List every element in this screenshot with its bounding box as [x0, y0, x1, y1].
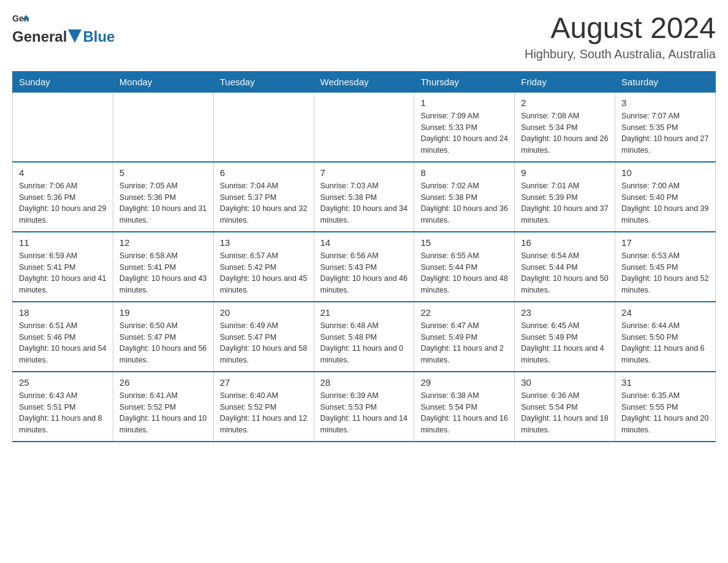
- calendar-cell: 21Sunrise: 6:48 AMSunset: 5:48 PMDayligh…: [314, 302, 414, 372]
- day-info: Sunrise: 6:48 AMSunset: 5:48 PMDaylight:…: [320, 320, 408, 366]
- day-info: Sunrise: 7:08 AMSunset: 5:34 PMDaylight:…: [521, 110, 609, 156]
- calendar-cell: 13Sunrise: 6:57 AMSunset: 5:42 PMDayligh…: [213, 232, 314, 302]
- calendar-cell: 27Sunrise: 6:40 AMSunset: 5:52 PMDayligh…: [213, 372, 314, 442]
- day-number: 4: [19, 167, 107, 178]
- day-info: Sunrise: 6:59 AMSunset: 5:41 PMDaylight:…: [19, 250, 107, 296]
- calendar-cell: 10Sunrise: 7:00 AMSunset: 5:40 PMDayligh…: [615, 162, 716, 232]
- day-info: Sunrise: 6:35 AMSunset: 5:55 PMDaylight:…: [621, 390, 709, 436]
- day-number: 8: [420, 167, 508, 178]
- day-number: 1: [420, 98, 508, 108]
- day-info: Sunrise: 6:43 AMSunset: 5:51 PMDaylight:…: [19, 390, 107, 436]
- day-info: Sunrise: 7:06 AMSunset: 5:36 PMDaylight:…: [19, 180, 107, 226]
- day-number: 13: [220, 237, 308, 248]
- calendar-cell: 7Sunrise: 7:03 AMSunset: 5:38 PMDaylight…: [314, 162, 414, 232]
- day-info: Sunrise: 6:49 AMSunset: 5:47 PMDaylight:…: [220, 320, 308, 366]
- weekday-header-wednesday: Wednesday: [314, 71, 414, 92]
- day-number: 15: [420, 237, 508, 248]
- day-number: 23: [521, 307, 609, 318]
- day-number: 11: [19, 237, 107, 248]
- day-number: 25: [19, 377, 107, 388]
- day-info: Sunrise: 7:05 AMSunset: 5:36 PMDaylight:…: [119, 180, 207, 226]
- day-number: 6: [220, 167, 308, 178]
- calendar-week-row: 4Sunrise: 7:06 AMSunset: 5:36 PMDaylight…: [13, 162, 716, 232]
- weekday-header-tuesday: Tuesday: [213, 71, 314, 92]
- day-info: Sunrise: 6:55 AMSunset: 5:44 PMDaylight:…: [420, 250, 508, 296]
- calendar-cell: 11Sunrise: 6:59 AMSunset: 5:41 PMDayligh…: [13, 232, 113, 302]
- calendar-cell: 16Sunrise: 6:54 AMSunset: 5:44 PMDayligh…: [515, 232, 615, 302]
- day-number: 10: [621, 167, 709, 178]
- calendar-cell: 12Sunrise: 6:58 AMSunset: 5:41 PMDayligh…: [113, 232, 213, 302]
- logo-triangle-icon: [68, 29, 82, 43]
- calendar-cell: 5Sunrise: 7:05 AMSunset: 5:36 PMDaylight…: [113, 162, 213, 232]
- day-info: Sunrise: 6:40 AMSunset: 5:52 PMDaylight:…: [220, 390, 308, 436]
- calendar-cell: 6Sunrise: 7:04 AMSunset: 5:37 PMDaylight…: [213, 162, 314, 232]
- day-info: Sunrise: 7:02 AMSunset: 5:38 PMDaylight:…: [420, 180, 508, 226]
- day-number: 28: [320, 377, 408, 388]
- logo-general-text: General: [12, 28, 67, 45]
- day-number: 12: [119, 237, 207, 248]
- calendar-cell: [213, 92, 314, 162]
- day-info: Sunrise: 6:47 AMSunset: 5:49 PMDaylight:…: [420, 320, 508, 366]
- day-info: Sunrise: 6:58 AMSunset: 5:41 PMDaylight:…: [119, 250, 207, 296]
- calendar-cell: 1Sunrise: 7:09 AMSunset: 5:33 PMDaylight…: [414, 92, 515, 162]
- day-number: 19: [119, 307, 207, 318]
- calendar-cell: 20Sunrise: 6:49 AMSunset: 5:47 PMDayligh…: [213, 302, 314, 372]
- day-number: 31: [621, 377, 709, 388]
- calendar-table: SundayMondayTuesdayWednesdayThursdayFrid…: [12, 71, 716, 442]
- day-number: 22: [420, 307, 508, 318]
- calendar-week-row: 25Sunrise: 6:43 AMSunset: 5:51 PMDayligh…: [13, 372, 716, 442]
- calendar-week-row: 18Sunrise: 6:51 AMSunset: 5:46 PMDayligh…: [13, 302, 716, 372]
- day-info: Sunrise: 7:07 AMSunset: 5:35 PMDaylight:…: [621, 110, 709, 156]
- day-number: 27: [220, 377, 308, 388]
- logo: General General Blue: [12, 12, 115, 45]
- calendar-cell: 2Sunrise: 7:08 AMSunset: 5:34 PMDaylight…: [515, 92, 615, 162]
- calendar-cell: 4Sunrise: 7:06 AMSunset: 5:36 PMDaylight…: [13, 162, 113, 232]
- day-number: 18: [19, 307, 107, 318]
- calendar-cell: 9Sunrise: 7:01 AMSunset: 5:39 PMDaylight…: [515, 162, 615, 232]
- day-number: 9: [521, 167, 609, 178]
- day-info: Sunrise: 6:50 AMSunset: 5:47 PMDaylight:…: [119, 320, 207, 366]
- day-info: Sunrise: 7:00 AMSunset: 5:40 PMDaylight:…: [621, 180, 709, 226]
- weekday-header-saturday: Saturday: [615, 71, 716, 92]
- calendar-cell: 31Sunrise: 6:35 AMSunset: 5:55 PMDayligh…: [615, 372, 716, 442]
- calendar-cell: 15Sunrise: 6:55 AMSunset: 5:44 PMDayligh…: [414, 232, 515, 302]
- day-info: Sunrise: 6:39 AMSunset: 5:53 PMDaylight:…: [320, 390, 408, 436]
- weekday-header-thursday: Thursday: [414, 71, 515, 92]
- day-number: 24: [621, 307, 709, 318]
- weekday-header-monday: Monday: [113, 71, 213, 92]
- calendar-cell: 3Sunrise: 7:07 AMSunset: 5:35 PMDaylight…: [615, 92, 716, 162]
- day-info: Sunrise: 6:38 AMSunset: 5:54 PMDaylight:…: [420, 390, 508, 436]
- calendar-header-row: SundayMondayTuesdayWednesdayThursdayFrid…: [13, 71, 716, 92]
- calendar-cell: 19Sunrise: 6:50 AMSunset: 5:47 PMDayligh…: [113, 302, 213, 372]
- day-number: 20: [220, 307, 308, 318]
- month-title: August 2024: [525, 12, 716, 45]
- calendar-cell: 26Sunrise: 6:41 AMSunset: 5:52 PMDayligh…: [113, 372, 213, 442]
- day-number: 30: [521, 377, 609, 388]
- calendar-cell: 17Sunrise: 6:53 AMSunset: 5:45 PMDayligh…: [615, 232, 716, 302]
- calendar-cell: 18Sunrise: 6:51 AMSunset: 5:46 PMDayligh…: [13, 302, 113, 372]
- calendar-cell: 30Sunrise: 6:36 AMSunset: 5:54 PMDayligh…: [515, 372, 615, 442]
- day-info: Sunrise: 7:09 AMSunset: 5:33 PMDaylight:…: [420, 110, 508, 156]
- day-number: 7: [320, 167, 408, 178]
- day-info: Sunrise: 6:41 AMSunset: 5:52 PMDaylight:…: [119, 390, 207, 436]
- day-info: Sunrise: 6:36 AMSunset: 5:54 PMDaylight:…: [521, 390, 609, 436]
- day-info: Sunrise: 7:03 AMSunset: 5:38 PMDaylight:…: [320, 180, 408, 226]
- calendar-cell: [13, 92, 113, 162]
- day-number: 14: [320, 237, 408, 248]
- day-number: 26: [119, 377, 207, 388]
- day-info: Sunrise: 6:44 AMSunset: 5:50 PMDaylight:…: [621, 320, 709, 366]
- day-info: Sunrise: 7:01 AMSunset: 5:39 PMDaylight:…: [521, 180, 609, 226]
- weekday-header-friday: Friday: [515, 71, 615, 92]
- title-section: August 2024 Highbury, South Australia, A…: [525, 12, 716, 61]
- day-info: Sunrise: 6:56 AMSunset: 5:43 PMDaylight:…: [320, 250, 408, 296]
- logo-icon: General: [12, 12, 29, 29]
- calendar-cell: 23Sunrise: 6:45 AMSunset: 5:49 PMDayligh…: [515, 302, 615, 372]
- page-header: General General Blue August 2024 Highbur…: [12, 12, 716, 61]
- calendar-cell: 28Sunrise: 6:39 AMSunset: 5:53 PMDayligh…: [314, 372, 414, 442]
- logo-blue-text: Blue: [83, 28, 115, 45]
- calendar-cell: 24Sunrise: 6:44 AMSunset: 5:50 PMDayligh…: [615, 302, 716, 372]
- day-number: 3: [621, 98, 709, 108]
- calendar-cell: 25Sunrise: 6:43 AMSunset: 5:51 PMDayligh…: [13, 372, 113, 442]
- day-info: Sunrise: 7:04 AMSunset: 5:37 PMDaylight:…: [220, 180, 308, 226]
- weekday-header-sunday: Sunday: [13, 71, 113, 92]
